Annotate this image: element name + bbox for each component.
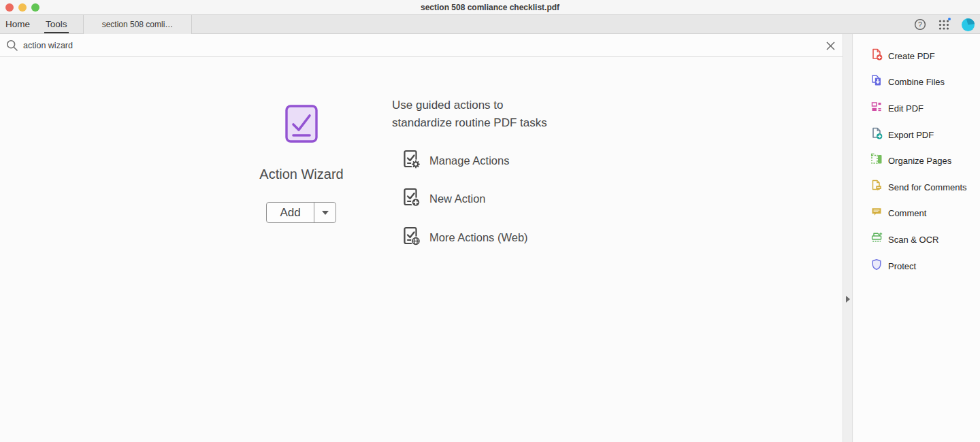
manage-actions-icon — [402, 150, 421, 171]
export-pdf-icon — [870, 127, 883, 142]
search-icon — [6, 39, 18, 54]
tab-bar: Home Tools section 508 comli… ? — [0, 15, 980, 34]
sidebar-item-scan-ocr[interactable]: Scan & OCR — [854, 229, 980, 250]
close-search-icon[interactable] — [826, 41, 836, 51]
tools-sidebar: Create PDF Combine Files — [854, 34, 980, 442]
sidebar-item-export-pdf[interactable]: Export PDF — [854, 124, 980, 145]
tool-title: Action Wizard — [233, 167, 370, 182]
sidebar-item-edit-pdf[interactable]: Edit PDF — [854, 98, 980, 118]
search-input[interactable]: action wizard — [23, 34, 73, 57]
scan-ocr-icon — [870, 232, 883, 247]
help-icon[interactable]: ? — [914, 18, 926, 31]
add-tool-button[interactable]: Add — [266, 202, 336, 223]
account-avatar[interactable] — [962, 18, 975, 31]
tools-search-results: Action Wizard Add Use guided actions to … — [0, 57, 843, 442]
sidebar-item-label: Export PDF — [888, 130, 934, 140]
sidebar-item-label: Protect — [888, 261, 916, 271]
sidebar-item-label: Comment — [888, 208, 926, 218]
add-button-label[interactable]: Add — [267, 203, 314, 222]
more-actions-web-item[interactable]: More Actions (Web) — [402, 227, 528, 248]
tabbar-right-icons: ? — [914, 15, 975, 34]
manage-actions-item[interactable]: Manage Actions — [402, 150, 509, 171]
sidebar-item-organize-pages[interactable]: Organize Pages — [854, 150, 980, 171]
sidebar-item-label: Send for Comments — [888, 182, 967, 192]
sidebar-item-protect[interactable]: Protect — [854, 256, 980, 276]
acrobat-window: section 508 comliance checklist.pdf Home… — [0, 0, 980, 442]
titlebar: section 508 comliance checklist.pdf — [0, 0, 980, 15]
new-action-item[interactable]: New Action — [402, 188, 486, 209]
action-wizard-icon — [285, 105, 318, 143]
organize-pages-icon — [870, 153, 883, 168]
sidebar-item-comment[interactable]: Comment — [854, 203, 980, 223]
comment-icon — [870, 205, 883, 220]
tab-document[interactable]: section 508 comli… — [83, 15, 192, 34]
panel-collapse-strip[interactable] — [843, 34, 853, 442]
sidebar-item-send-for-comments[interactable]: Send for Comments — [854, 177, 980, 197]
tab-tools-label: Tools — [46, 19, 67, 29]
new-action-icon — [402, 188, 421, 209]
manage-actions-label: Manage Actions — [429, 154, 509, 167]
create-pdf-icon — [870, 48, 883, 63]
sidebar-item-label: Edit PDF — [888, 103, 924, 114]
sidebar-item-label: Scan & OCR — [888, 235, 938, 245]
more-actions-web-icon — [402, 226, 421, 248]
sidebar-item-label: Organize Pages — [888, 156, 951, 166]
sidebar-item-combine-files[interactable]: Combine Files — [854, 71, 980, 92]
send-for-comments-icon — [870, 180, 883, 194]
expand-panel-arrow-icon[interactable] — [846, 296, 850, 303]
tab-home[interactable]: Home — [5, 15, 30, 34]
add-dropdown-button[interactable] — [314, 203, 336, 222]
more-actions-web-label: More Actions (Web) — [429, 231, 528, 244]
sidebar-item-create-pdf[interactable]: Create PDF — [854, 46, 980, 66]
edit-pdf-icon — [870, 101, 883, 116]
sidebar-item-label: Combine Files — [888, 77, 945, 87]
tools-search-bar[interactable]: action wizard — [0, 34, 843, 57]
chevron-down-icon — [322, 211, 329, 215]
sidebar-item-label: Create PDF — [888, 51, 935, 61]
svg-text:?: ? — [918, 20, 922, 29]
protect-icon — [870, 258, 883, 273]
window-title: section 508 comliance checklist.pdf — [0, 0, 980, 15]
combine-files-icon — [870, 74, 883, 89]
new-action-label: New Action — [429, 192, 486, 205]
tool-description: Use guided actions to standardize routin… — [392, 97, 547, 132]
active-tab-underline — [44, 32, 69, 33]
tab-tools[interactable]: Tools — [46, 15, 67, 34]
apps-grid-icon[interactable] — [938, 18, 950, 31]
